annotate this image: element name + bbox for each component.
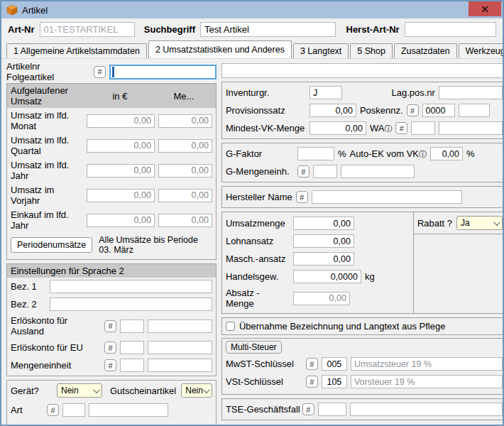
artikel-window: Artikel ✕ Art-Nr 01-TESTARTIKEL Suchbegr…: [0, 0, 504, 426]
art-nr-field[interactable]: [62, 403, 85, 417]
lohnansatz-row: Lohnansatz 0,00: [226, 232, 410, 250]
umsatz-col-me: Me...: [155, 91, 212, 102]
uebernahme-box: Übernahme Bezeichnung und Langtext aus P…: [221, 317, 504, 335]
erloeskonto-eu-text-field[interactable]: [148, 341, 212, 354]
einkauf-jahr-eur: 0,00: [87, 214, 155, 227]
folgeartikel-text-field[interactable]: [221, 63, 504, 78]
umsatzmenge-row: Umsatzmenge 0,00: [226, 214, 410, 232]
row-label: Umsatz im lfd. Jahr: [11, 160, 83, 181]
maschansatz-row: Masch.-ansatz 0,00: [226, 250, 410, 268]
lagposnr-field[interactable]: [439, 86, 503, 99]
mwst-key-field[interactable]: 005: [322, 357, 347, 371]
inventur-group: Inventurgr. J Lag.pos.nr Provisionssatz …: [221, 82, 504, 139]
poskennz-field[interactable]: 0000: [422, 104, 455, 117]
rabatt-select[interactable]: Ja: [456, 216, 503, 230]
poskennz-extra-field[interactable]: [459, 104, 490, 117]
lohnansatz-field[interactable]: 0,00: [293, 234, 354, 248]
bez2-label: Bez. 2: [11, 299, 46, 310]
gutscheinartikel-label: Gutscheinartikel: [110, 386, 176, 396]
tab-zusatzdaten[interactable]: Zusatzdaten: [394, 43, 457, 58]
tab-langtext[interactable]: 3 Langtext: [293, 43, 349, 58]
vst-key-field[interactable]: 105: [322, 375, 347, 388]
geraet-select[interactable]: Nein: [57, 383, 102, 398]
umsatzmenge-label: Umsatzmenge: [226, 218, 290, 229]
gmengeneinh-nr-field[interactable]: [313, 165, 337, 178]
provisionssatz-field[interactable]: 0,00: [309, 104, 356, 117]
tse-text-field[interactable]: [350, 403, 503, 416]
serien-nr-wrap: Serien-Nr Verwaltung: [126, 422, 212, 426]
erloeskonto-ausland-nr-field[interactable]: [120, 320, 144, 333]
geraet-value: Nein: [61, 386, 79, 395]
mwst-text-field: Umsatzsteuer 19 %: [351, 357, 503, 371]
gfaktor-row: G-Faktor % Auto-EK vom VKⓘ 0,00 %: [226, 145, 503, 163]
umsatzmenge-field[interactable]: 0,00: [293, 217, 354, 230]
gmengeneinh-label: G-Mengeneinh.: [226, 166, 294, 177]
gfaktor-label: G-Faktor: [226, 148, 294, 159]
auto-ek-field[interactable]: 0,00: [430, 147, 463, 160]
inventur-row: Inventurgr. J Lag.pos.nr: [226, 84, 503, 102]
umsatz-row-quartal: Umsatz im lfd. Quartal 0,00 0,00: [7, 133, 216, 158]
tab-werkzeug[interactable]: Werkzeug: [459, 43, 504, 58]
perioden-row: Periodenumsätze Alle Umsätze bis Periode…: [7, 232, 216, 259]
mwst-lookup-button[interactable]: #: [306, 358, 318, 370]
serien-nr-label: Serien-Nr Verwaltung: [138, 422, 212, 426]
wa-lookup-button[interactable]: #: [395, 122, 407, 134]
mengeneinheit-text-field[interactable]: [148, 359, 212, 372]
erloeskonto-ausland-lookup-button[interactable]: #: [104, 320, 116, 332]
maschansatz-field[interactable]: 0,00: [293, 252, 354, 266]
mengeneinheit-nr-field[interactable]: [120, 359, 144, 372]
hersteller-field[interactable]: [312, 190, 462, 204]
tab-shop[interactable]: 5 Shop: [350, 43, 393, 58]
umsatz-monat-eur: 0,00: [87, 114, 155, 128]
mindest-vk-field[interactable]: 0,00: [309, 121, 366, 135]
gmengeneinh-text-field[interactable]: [341, 165, 415, 178]
close-button[interactable]: ✕: [469, 1, 501, 16]
herst-artnr-field[interactable]: [405, 22, 496, 37]
absatz-menge-field: 0,00: [293, 292, 350, 305]
row-label: Umsatz im lfd. Quartal: [11, 135, 83, 156]
bez1-field[interactable]: [50, 280, 212, 293]
tab-allgemeine-artikelstammdaten[interactable]: 1 Allgemeine Artikelstammdaten: [6, 43, 147, 58]
artnr-field[interactable]: 01-TESTARTIKEL: [40, 22, 135, 37]
mengeneinheit-lookup-button[interactable]: #: [104, 359, 116, 371]
row-label: Einkauf im lfd. Jahr: [11, 209, 83, 231]
uebernahme-checkbox[interactable]: [226, 322, 235, 331]
percent-label: %: [466, 148, 475, 159]
left-column: Artikelnr Folgeartikel # Aufgelaufener U…: [6, 63, 217, 426]
gutscheinartikel-select[interactable]: Nein: [181, 383, 212, 398]
tab-umsatzstatistiken[interactable]: 2 Umsatzstatistiken und Anderes: [148, 40, 292, 58]
periodenumsaetze-button[interactable]: Periodenumsätze: [11, 237, 92, 253]
handelsgew-field[interactable]: 0,0000: [293, 270, 361, 283]
wa-nr-field[interactable]: [411, 121, 435, 135]
inventurgr-field[interactable]: J: [309, 86, 342, 99]
erloeskonto-ausland-text-field[interactable]: [148, 320, 212, 333]
header-row: Art-Nr 01-TESTARTIKEL Suchbegriff Test A…: [1, 18, 503, 40]
art-text-field[interactable]: [89, 403, 168, 417]
erloeskonto-eu-nr-field[interactable]: [120, 341, 144, 354]
tse-group: TSE-Geschäftsfall #: [221, 398, 504, 420]
vst-label: VSt-Schlüssel: [226, 376, 302, 387]
wa-text-field[interactable]: [439, 121, 503, 135]
hersteller-lookup-button[interactable]: #: [296, 191, 308, 203]
umsatz-col-eur: in €: [84, 91, 155, 102]
folgeartikel-field[interactable]: [109, 65, 217, 80]
gutscheinartikel-value: Nein: [185, 386, 203, 395]
bez2-field[interactable]: [50, 297, 212, 311]
folgeartikel-lookup-button[interactable]: #: [94, 66, 106, 78]
tse-lookup-button[interactable]: #: [302, 403, 314, 415]
tse-nr-field[interactable]: [318, 403, 346, 416]
mwst-label: MwST-Schlüssel: [226, 359, 302, 369]
umsatz-panel-header: Aufgelaufener Umsatz in € Me...: [7, 84, 216, 108]
poskennz-lookup-button[interactable]: #: [407, 104, 419, 116]
gmengeneinh-lookup-button[interactable]: #: [297, 165, 309, 178]
suchbegriff-field[interactable]: Test Artikel: [200, 22, 335, 37]
mengen-group: Umsatzmenge 0,00 Lohnansatz 0,00 Masch.-…: [221, 212, 504, 314]
art-lookup-button[interactable]: #: [47, 404, 59, 416]
perioden-note: Alle Umsätze bis Periode 03. März: [99, 235, 212, 255]
umsatz-panel: Aufgelaufener Umsatz in € Me... Umsatz i…: [6, 83, 217, 260]
erloeskonto-eu-lookup-button[interactable]: #: [104, 342, 116, 354]
gfaktor-field[interactable]: [297, 147, 334, 160]
vst-lookup-button[interactable]: #: [306, 376, 318, 388]
hersteller-row: Hersteller Name #: [226, 188, 503, 206]
lohnansatz-label: Lohnansatz: [226, 236, 290, 246]
